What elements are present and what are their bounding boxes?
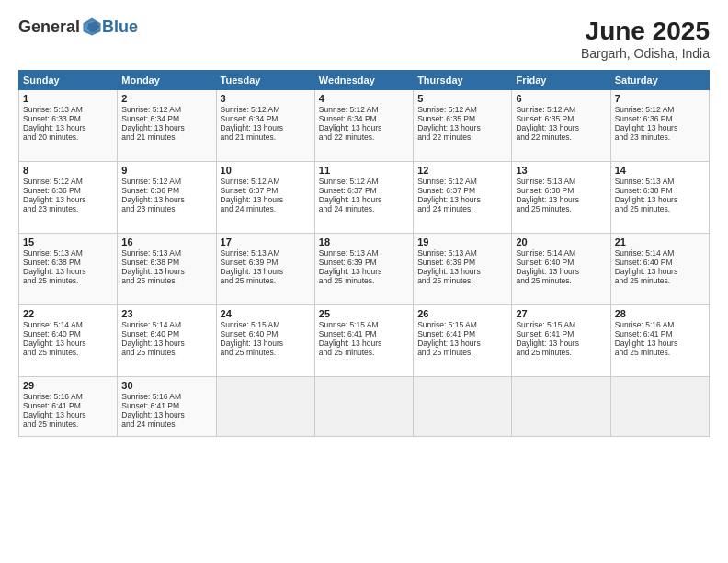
table-row (512, 377, 610, 437)
day-info: and 25 minutes. (23, 348, 113, 357)
day-info: Sunset: 6:37 PM (221, 186, 311, 195)
day-info: Sunrise: 5:13 AM (221, 248, 311, 258)
day-info: Daylight: 13 hours (121, 195, 211, 204)
day-info: Sunset: 6:36 PM (121, 186, 211, 195)
day-info: Sunrise: 5:12 AM (121, 105, 211, 114)
day-number: 14 (615, 165, 705, 176)
day-info: Sunrise: 5:12 AM (319, 105, 409, 114)
calendar-table: Sunday Monday Tuesday Wednesday Thursday… (18, 70, 710, 437)
day-info: Sunrise: 5:14 AM (615, 248, 705, 258)
day-info: Daylight: 13 hours (516, 267, 606, 276)
day-info: and 25 minutes. (221, 276, 311, 285)
day-info: Daylight: 13 hours (121, 123, 211, 132)
day-info: Daylight: 13 hours (23, 267, 113, 276)
day-info: and 20 minutes. (23, 132, 113, 142)
day-info: Sunrise: 5:12 AM (417, 105, 507, 114)
header-thursday: Thursday (414, 71, 512, 90)
day-info: Sunset: 6:40 PM (23, 329, 113, 339)
day-info: Sunset: 6:38 PM (23, 258, 113, 267)
day-info: Sunset: 6:36 PM (615, 114, 705, 123)
day-info: Daylight: 13 hours (319, 123, 409, 132)
header-monday: Monday (118, 71, 216, 90)
day-number: 27 (516, 308, 606, 319)
day-info: Daylight: 13 hours (615, 267, 705, 276)
table-row: 15Sunrise: 5:13 AMSunset: 6:38 PMDayligh… (19, 234, 118, 305)
logo-blue: Blue (102, 17, 138, 37)
day-info: Sunset: 6:40 PM (221, 329, 311, 339)
day-info: Daylight: 13 hours (516, 123, 606, 132)
day-info: and 22 minutes. (516, 132, 606, 142)
day-info: Daylight: 13 hours (221, 195, 311, 204)
day-info: Sunrise: 5:13 AM (319, 248, 409, 258)
day-info: and 25 minutes. (615, 204, 705, 213)
table-row: 3Sunrise: 5:12 AMSunset: 6:34 PMDaylight… (216, 90, 314, 162)
header-friday: Friday (512, 71, 610, 90)
header-wednesday: Wednesday (314, 71, 413, 90)
day-info: and 25 minutes. (319, 348, 409, 357)
day-number: 15 (23, 236, 113, 247)
table-row: 27Sunrise: 5:15 AMSunset: 6:41 PMDayligh… (512, 305, 610, 377)
day-info: and 25 minutes. (516, 348, 606, 357)
day-info: Sunrise: 5:14 AM (121, 320, 211, 329)
day-info: and 25 minutes. (417, 276, 507, 285)
table-row: 6Sunrise: 5:12 AMSunset: 6:35 PMDaylight… (512, 90, 610, 162)
header: General Blue June 2025 Bargarh, Odisha, … (18, 17, 710, 61)
day-number: 26 (417, 308, 507, 319)
day-info: Sunset: 6:40 PM (516, 258, 606, 267)
day-info: and 24 minutes. (417, 204, 507, 213)
table-row: 1Sunrise: 5:13 AMSunset: 6:33 PMDaylight… (19, 90, 118, 162)
day-info: Sunset: 6:41 PM (417, 329, 507, 339)
table-row: 19Sunrise: 5:13 AMSunset: 6:39 PMDayligh… (414, 234, 512, 305)
day-info: Sunset: 6:38 PM (516, 186, 606, 195)
day-info: and 25 minutes. (516, 204, 606, 213)
day-info: Daylight: 13 hours (417, 339, 507, 348)
day-number: 17 (221, 236, 311, 247)
table-row: 10Sunrise: 5:12 AMSunset: 6:37 PMDayligh… (216, 162, 314, 234)
day-info: and 23 minutes. (23, 204, 113, 213)
day-info: Sunrise: 5:12 AM (516, 105, 606, 114)
title-block: June 2025 Bargarh, Odisha, India (581, 17, 710, 61)
day-info: and 21 minutes. (221, 132, 311, 142)
day-number: 30 (121, 380, 211, 391)
day-info: Sunset: 6:39 PM (221, 258, 311, 267)
day-info: Sunrise: 5:13 AM (516, 177, 606, 186)
day-number: 11 (319, 165, 409, 176)
day-info: Sunset: 6:37 PM (319, 186, 409, 195)
day-number: 13 (516, 165, 606, 176)
day-info: Daylight: 13 hours (417, 267, 507, 276)
day-info: and 25 minutes. (417, 348, 507, 357)
day-info: Daylight: 13 hours (417, 195, 507, 204)
day-info: Sunrise: 5:12 AM (319, 177, 409, 186)
day-info: and 24 minutes. (221, 204, 311, 213)
logo-general: General (18, 17, 80, 37)
day-info: Sunset: 6:37 PM (417, 186, 507, 195)
day-number: 3 (221, 93, 311, 104)
day-info: Sunset: 6:34 PM (221, 114, 311, 123)
table-row: 16Sunrise: 5:13 AMSunset: 6:38 PMDayligh… (118, 234, 216, 305)
day-info: Daylight: 13 hours (23, 123, 113, 132)
day-number: 1 (23, 93, 113, 104)
day-info: and 25 minutes. (23, 419, 113, 429)
day-info: Sunrise: 5:14 AM (23, 320, 113, 329)
day-info: Sunrise: 5:16 AM (121, 392, 211, 401)
day-info: Sunrise: 5:13 AM (23, 248, 113, 258)
day-info: and 22 minutes. (319, 132, 409, 142)
day-number: 23 (121, 308, 211, 319)
day-info: Daylight: 13 hours (23, 195, 113, 204)
day-info: Sunset: 6:38 PM (615, 186, 705, 195)
day-info: Sunset: 6:35 PM (516, 114, 606, 123)
day-info: Daylight: 13 hours (516, 195, 606, 204)
header-row: Sunday Monday Tuesday Wednesday Thursday… (19, 71, 710, 90)
day-info: Sunrise: 5:16 AM (23, 392, 113, 401)
table-row: 26Sunrise: 5:15 AMSunset: 6:41 PMDayligh… (414, 305, 512, 377)
day-number: 21 (615, 236, 705, 247)
day-number: 6 (516, 93, 606, 104)
day-info: Sunset: 6:39 PM (319, 258, 409, 267)
table-row: 21Sunrise: 5:14 AMSunset: 6:40 PMDayligh… (610, 234, 709, 305)
table-row: 2Sunrise: 5:12 AMSunset: 6:34 PMDaylight… (118, 90, 216, 162)
day-number: 2 (121, 93, 211, 104)
day-info: Sunrise: 5:15 AM (319, 320, 409, 329)
day-info: and 21 minutes. (121, 132, 211, 142)
day-number: 16 (121, 236, 211, 247)
day-info: Daylight: 13 hours (121, 267, 211, 276)
